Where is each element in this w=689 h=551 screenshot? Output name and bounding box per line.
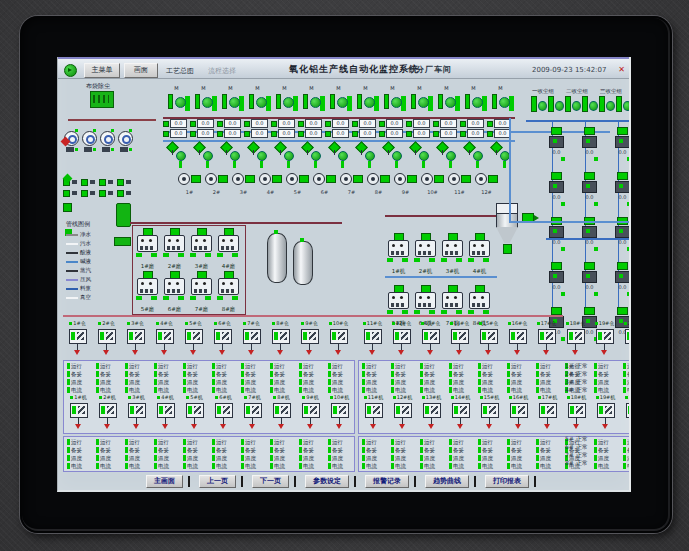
nav-button[interactable]: 趋势曲线 <box>425 475 469 488</box>
mill-unit[interactable]: 3#磨 <box>188 228 215 270</box>
pump-valve-assembly[interactable]: 0.0 <box>607 260 629 305</box>
silo-unit[interactable]: 7#仓 <box>237 320 266 358</box>
status-block[interactable]: 运行 备妥 温度 电流 <box>504 362 533 394</box>
dust-collector-icon[interactable] <box>90 91 114 108</box>
blower-unit[interactable]: M <box>433 85 460 113</box>
silo-unit[interactable]: 12#仓 <box>387 320 416 358</box>
silo-unit[interactable]: 20#仓 <box>619 320 629 358</box>
valve-assembly[interactable] <box>298 141 325 168</box>
valve-assembly[interactable] <box>163 141 190 168</box>
dust-valve-icon[interactable] <box>97 177 115 188</box>
silo-unit[interactable]: 18#仓 <box>561 320 590 358</box>
machine-unit[interactable]: 4#机 <box>151 394 180 432</box>
status-block[interactable]: 运行 备妥 温度 电流 <box>359 362 388 394</box>
status-block[interactable]: 运行 备妥 温度 电流 <box>446 362 475 394</box>
silo-unit[interactable]: 3#仓 <box>121 320 150 358</box>
mill-unit[interactable]: 3#机 <box>439 233 466 275</box>
right-pump-icon[interactable] <box>546 95 563 113</box>
valve-assembly[interactable] <box>217 141 244 168</box>
flow-readout[interactable]: 0.0 <box>460 129 487 138</box>
view-button[interactable]: 画面 <box>124 63 158 78</box>
flow-readout[interactable]: 0.0 <box>298 129 325 138</box>
flow-readout[interactable]: 0.0 <box>379 119 406 128</box>
feeder-pump-unit[interactable]: 2# <box>203 169 230 197</box>
pump-valve-assembly[interactable]: 0.0 <box>607 170 629 215</box>
feed-box-icon[interactable] <box>114 237 131 246</box>
mill-unit[interactable]: 1#机 <box>385 233 412 275</box>
status-block[interactable]: 运行 备妥 温度 电流 <box>122 438 151 470</box>
status-block[interactable]: 运行 备妥 温度 电流 <box>267 438 296 470</box>
pump-valve-assembly[interactable]: 0.0 <box>541 125 572 170</box>
status-block[interactable]: 运行 备妥 温度 电流 <box>446 438 475 470</box>
pump-valve-assembly[interactable]: 0.0 <box>541 170 572 215</box>
dust-fan[interactable] <box>99 129 117 153</box>
status-block[interactable]: 运行 备妥 温度 电流 <box>296 438 325 470</box>
feeder-pump-unit[interactable]: 11# <box>446 169 473 197</box>
flow-readout[interactable]: 0.0 <box>190 129 217 138</box>
pump-valve-assembly[interactable]: 0.0 <box>541 260 572 305</box>
machine-unit[interactable]: 5#机 <box>180 394 209 432</box>
flow-readout[interactable]: 0.0 <box>271 119 298 128</box>
right-pump-icon[interactable] <box>529 95 546 113</box>
flow-readout[interactable]: 0.0 <box>352 129 379 138</box>
silo-unit[interactable]: 11#仓 <box>358 320 387 358</box>
flow-readout[interactable]: 0.0 <box>217 129 244 138</box>
machine-unit[interactable]: 8#机 <box>267 394 296 432</box>
status-block[interactable]: 运行 备妥 温度 电流 <box>122 362 151 394</box>
mill-unit[interactable]: 5#磨 <box>134 271 161 313</box>
blower-unit[interactable]: M <box>298 85 325 113</box>
nav-button[interactable]: 上一页 <box>199 475 236 488</box>
nav-button[interactable]: 主画面 <box>146 475 183 488</box>
feeder-pump-unit[interactable]: 3# <box>230 169 257 197</box>
machine-unit[interactable]: 9#机 <box>296 394 325 432</box>
nav-button[interactable]: 打印报表 <box>485 475 529 488</box>
status-block[interactable]: 运行 备妥 温度 电流 <box>64 362 93 394</box>
blower-unit[interactable]: M <box>352 85 379 113</box>
machine-unit[interactable]: 2#机 <box>93 394 122 432</box>
silo-unit[interactable]: 13#仓 <box>416 320 445 358</box>
vertical-vessel-icon[interactable] <box>293 241 313 285</box>
status-block[interactable]: 运行 备妥 温度 电流 <box>209 438 238 470</box>
feeder-pump-unit[interactable]: 7# <box>338 169 365 197</box>
flow-readout[interactable]: 0.0 <box>325 119 352 128</box>
status-block[interactable]: 运行 备妥 温度 电流 <box>388 438 417 470</box>
status-block[interactable]: 运行 备妥 温度 电流 <box>296 362 325 394</box>
machine-unit[interactable]: 14#机 <box>446 394 475 432</box>
silo-unit[interactable]: 16#仓 <box>503 320 532 358</box>
silo-unit[interactable]: 10#仓 <box>324 320 353 358</box>
flow-readout[interactable]: 0.0 <box>244 129 271 138</box>
vertical-vessel-icon[interactable] <box>267 233 287 283</box>
nav-button[interactable]: 参数设定 <box>305 475 349 488</box>
pump-valve-assembly[interactable]: 0.0 <box>607 125 629 170</box>
flow-readout[interactable]: 0.0 <box>163 129 190 138</box>
status-block[interactable]: 运行 备妥 温度 电流 <box>475 438 504 470</box>
dust-valve-icon[interactable] <box>61 188 79 199</box>
valve-assembly[interactable] <box>325 141 352 168</box>
feed-tank-icon[interactable] <box>116 203 131 227</box>
valve-assembly[interactable] <box>244 141 271 168</box>
mill-unit[interactable]: 4#机 <box>466 233 493 275</box>
right-pump-icon[interactable] <box>563 95 580 113</box>
silo-unit[interactable]: 14#仓 <box>445 320 474 358</box>
status-block[interactable]: 运行 备妥 温度 电流 <box>359 438 388 470</box>
blower-unit[interactable]: M <box>271 85 298 113</box>
machine-unit[interactable]: 3#机 <box>122 394 151 432</box>
status-block[interactable]: 运行 备妥 温度 电流 <box>388 362 417 394</box>
mill-unit[interactable]: 1#磨 <box>134 228 161 270</box>
machine-unit[interactable]: 17#机 <box>533 394 562 432</box>
machine-unit[interactable]: 12#机 <box>388 394 417 432</box>
feeder-pump-unit[interactable]: 4# <box>257 169 284 197</box>
status-block[interactable]: 运行 备妥 温度 电流 <box>504 438 533 470</box>
machine-unit[interactable]: 13#机 <box>417 394 446 432</box>
pump-valve-assembly[interactable]: 0.0 <box>574 170 605 215</box>
valve-assembly[interactable] <box>406 141 433 168</box>
machine-unit[interactable]: 19#机 <box>591 394 620 432</box>
dust-fan[interactable] <box>81 129 99 153</box>
mill-unit[interactable]: 2#磨 <box>161 228 188 270</box>
blower-unit[interactable]: M <box>244 85 271 113</box>
status-block[interactable]: 运行 备妥 温度 电流 <box>151 438 180 470</box>
feeder-pump-unit[interactable]: 1# <box>176 169 203 197</box>
blower-unit[interactable]: M <box>217 85 244 113</box>
feeder-pump-unit[interactable]: 10# <box>419 169 446 197</box>
status-block[interactable]: 运行 备妥 温度 电流 <box>475 362 504 394</box>
